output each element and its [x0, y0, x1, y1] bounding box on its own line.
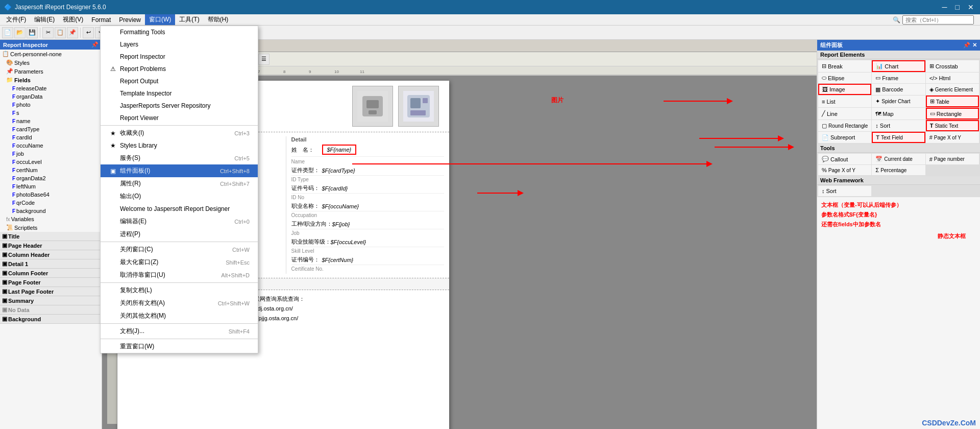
menu-properties[interactable]: 属性(R) Ctrl+Shift+7: [101, 177, 258, 190]
tree-variables[interactable]: fxVariables: [0, 215, 102, 223]
menu-edit[interactable]: 编辑(E): [30, 14, 59, 25]
tree-certNum[interactable]: FcertNum: [0, 166, 102, 174]
copy-button[interactable]: 📋: [55, 27, 66, 38]
comp-static-text[interactable]: T Static Text: [926, 120, 979, 131]
menu-styles-library[interactable]: ★ Styles Library: [101, 139, 258, 152]
close-button[interactable]: ✕: [966, 3, 976, 11]
comp-break[interactable]: ⊟ Break: [818, 60, 871, 72]
undo-button[interactable]: ↩: [83, 27, 94, 38]
menu-view[interactable]: 视图(V): [59, 14, 87, 25]
tool-current-date[interactable]: 📅 Current date: [872, 154, 925, 164]
menu-copy-doc[interactable]: 复制文档(L): [101, 284, 258, 297]
comp-frame[interactable]: ▭ Frame: [872, 73, 925, 83]
tree-fields[interactable]: 📁Fields: [0, 76, 102, 84]
tree-cardId[interactable]: FcardId: [0, 133, 102, 141]
menu-server-repo[interactable]: JasperReports Server Repository: [101, 100, 258, 112]
menu-welcome[interactable]: Welcome to Jaspersoft iReport Designer: [101, 203, 258, 215]
tree-name[interactable]: Fname: [0, 117, 102, 125]
comp-text-field[interactable]: T Text Field: [872, 132, 925, 143]
cut-button[interactable]: ✂: [42, 27, 54, 38]
menu-editor[interactable]: 编辑器(E) Ctrl+0: [101, 215, 258, 228]
menu-formatting-tools[interactable]: Formatting Tools: [101, 26, 258, 38]
panel-close-icon[interactable]: ✕: [972, 42, 977, 49]
search-input[interactable]: [902, 15, 974, 25]
tree-occuLevel[interactable]: FoccuLevel: [0, 158, 102, 166]
tree-summary[interactable]: ▣Summary: [0, 296, 102, 305]
comp-list[interactable]: ≡ List: [818, 96, 871, 107]
tree-s[interactable]: Fs: [0, 109, 102, 117]
menu-services[interactable]: 服务(S) Ctrl+5: [101, 152, 258, 164]
comp-barcode[interactable]: ▦ Barcode: [872, 84, 925, 95]
comp-line[interactable]: ╱ Line: [818, 108, 871, 120]
tree-releaseDate[interactable]: FreleaseDate: [0, 84, 102, 92]
tree-organData[interactable]: ForganData: [0, 92, 102, 101]
comp-rectangle[interactable]: ▭ Rectangle: [926, 108, 979, 120]
tool-percentage[interactable]: % Page X of Y: [818, 165, 871, 175]
tree-styles[interactable]: 🎨Styles: [0, 58, 102, 67]
menu-maximize-window[interactable]: 最大化窗口(Z) Shift+Esc: [101, 256, 258, 269]
tree-root[interactable]: 📋 Cert-personnel-none: [0, 50, 102, 58]
comp-round-rect[interactable]: ▢ Round Rectangle: [818, 120, 871, 131]
menu-undock-window[interactable]: 取消停靠窗口(U) Alt+Shift+D: [101, 269, 258, 281]
menu-report-problems[interactable]: ⚠ Report Problems: [101, 63, 258, 75]
menu-documents[interactable]: 文档(J)... Shift+F4: [101, 325, 258, 338]
tool-total-pages[interactable]: Σ Percentage: [872, 165, 925, 175]
comp-image[interactable]: 🖼 Image: [818, 84, 871, 95]
comp-generic[interactable]: ◈ Generic Element: [926, 84, 979, 95]
menu-file[interactable]: 文件(F): [2, 14, 30, 25]
menu-report-inspector[interactable]: Report Inspector: [101, 51, 258, 63]
panel-pin-icon[interactable]: 📌: [963, 42, 970, 49]
tree-title[interactable]: ▣Title: [0, 232, 102, 241]
menu-progress[interactable]: 进程(P): [101, 228, 258, 241]
menu-reset-window[interactable]: 重置窗口(W): [101, 340, 258, 353]
menu-format[interactable]: Format: [87, 15, 115, 25]
tree-column-header[interactable]: ▣Column Header: [0, 250, 102, 259]
tree-background[interactable]: Fbackground: [0, 207, 102, 215]
tree-qrCode[interactable]: FqrCode: [0, 199, 102, 207]
tree-scriptlets[interactable]: 📜Scriptlets: [0, 223, 102, 232]
menu-window[interactable]: 窗口(W): [145, 14, 175, 25]
tree-job[interactable]: Fjob: [0, 150, 102, 158]
tree-page-header[interactable]: ▣Page Header: [0, 241, 102, 250]
paste-button[interactable]: 📌: [67, 27, 78, 38]
menu-component-panel[interactable]: ▣ 组件面板(I) Ctrl+Shift+8: [101, 164, 258, 177]
tree-occuName[interactable]: FoccuName: [0, 141, 102, 150]
tree-last-page-footer[interactable]: ▣Last Page Footer: [0, 287, 102, 296]
comp-page-x-of-y[interactable]: # Page X of Y: [926, 132, 979, 143]
tree-photoBase64[interactable]: FphotoBase64: [0, 190, 102, 199]
tree-column-footer[interactable]: ▣Column Footer: [0, 269, 102, 278]
inspector-pin[interactable]: 📌: [91, 41, 99, 48]
comp-map[interactable]: 🗺 Map: [872, 108, 925, 120]
comp-chart[interactable]: 📊 Chart: [872, 60, 925, 72]
menu-layers[interactable]: Layers: [101, 38, 258, 51]
menu-tools[interactable]: 工具(T): [175, 14, 203, 25]
menu-report-output[interactable]: Report Output: [101, 75, 258, 87]
comp-ellipse[interactable]: ⬭ Ellipse: [818, 73, 871, 83]
tree-page-footer[interactable]: ▣Page Footer: [0, 278, 102, 287]
tool-callout[interactable]: 💬 Callout: [818, 154, 871, 164]
menu-close-all-docs[interactable]: 关闭所有文档(A) Ctrl+Shift+W: [101, 297, 258, 309]
save-button[interactable]: 💾: [27, 27, 38, 38]
maximize-button[interactable]: □: [953, 3, 962, 11]
tree-parameters[interactable]: 📌Parameters: [0, 67, 102, 76]
comp-crosstab[interactable]: ⊞ Crosstab: [926, 60, 979, 72]
tree-leftNum[interactable]: FleftNum: [0, 182, 102, 190]
window-dropdown-menu[interactable]: Formatting Tools Layers Report Inspector…: [100, 26, 258, 353]
tree-background-section[interactable]: ▣Background: [0, 315, 102, 324]
tree-detail1[interactable]: ▣Detail 1: [0, 259, 102, 269]
menu-preview[interactable]: Preview: [115, 15, 145, 25]
tree-organData2[interactable]: ForganData2: [0, 174, 102, 182]
comp-subreport[interactable]: 📄 Subreport: [818, 132, 871, 143]
align-justify-button[interactable]: ☰: [258, 54, 270, 65]
tree-cardType[interactable]: FcardType: [0, 125, 102, 133]
menu-report-viewer[interactable]: Report Viewer: [101, 112, 258, 124]
menu-output[interactable]: 输出(O): [101, 190, 258, 203]
minimize-button[interactable]: ─: [940, 3, 949, 11]
tool-page-number[interactable]: # Page number: [926, 154, 979, 164]
open-button[interactable]: 📂: [14, 27, 26, 38]
comp-sort[interactable]: ↕ Sort: [872, 120, 925, 131]
comp-spider-chart[interactable]: ✦ Spider Chart: [872, 96, 925, 107]
comp-table[interactable]: ⊞ Table: [926, 96, 979, 107]
tree-photo[interactable]: Fphoto: [0, 101, 102, 109]
tree-no-data[interactable]: ▣No Data: [0, 305, 102, 315]
